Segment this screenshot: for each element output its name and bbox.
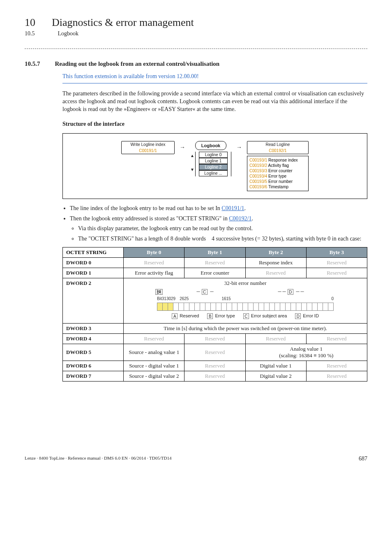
sub-bullet-item: The "OCTET STRING" has a length of 8 dou… (78, 235, 367, 243)
write-logline-code: C00191/1 (122, 148, 174, 154)
read-logline-label: Read Logline (247, 141, 308, 148)
table-row: DWORD 2 32-bit error number A B ⸺ C ⸺ ⸺⸺… (63, 278, 367, 324)
table-row: DWORD 5 Source - analog value 1 Reserved… (63, 344, 367, 361)
row-label: DWORD 6 (63, 361, 124, 371)
cell-value: Digital value 1 (245, 361, 306, 371)
bit-pos: 29 (171, 296, 175, 301)
table-row: DWORD 7 Source - digital value 2 Reserve… (63, 371, 367, 382)
cell-reserved: Reserved (184, 258, 245, 268)
cell-value: Source - digital value 1 (124, 361, 184, 371)
bit-pos: Bit31 (157, 296, 166, 301)
bit-letter-c: C (202, 289, 208, 295)
table-row: DWORD 3 Time in [s] during which the pow… (63, 324, 367, 334)
param-desc: Error type (268, 174, 286, 178)
cell-value: Source - analog value 1 (124, 344, 184, 361)
bit-pos: 15 (226, 296, 231, 301)
table-row: DWORD 4 Reserved Reserved Reserved Reser… (63, 334, 367, 344)
table-row: DWORD 1 Error activity flag Error counte… (63, 268, 367, 278)
bullet-list: The line index of the logbook entry to b… (62, 205, 367, 243)
bit-pos: 30 (166, 296, 171, 301)
bullet-item: The line index of the logbook entry to b… (70, 205, 367, 213)
cell-value: Analog value 1 (scaling: 16384 ≡ 100 %) (245, 344, 367, 361)
logline-item-active: Logline 2 (199, 164, 228, 170)
row-label: DWORD 4 (63, 334, 124, 344)
row-label: DWORD 2 (63, 278, 124, 324)
bullet-text: . (251, 215, 253, 222)
arrow-right-icon: → (235, 141, 244, 153)
bullet-text: Then the logbook entry addressed is stor… (70, 215, 229, 222)
loglines-list: Logline 0 Logline 1 Logline 2 Logline ..… (195, 152, 231, 176)
param-code: C00193/2 (249, 163, 267, 168)
bit-pos: 26 (180, 296, 184, 301)
bullet-item: Then the logbook entry addressed is stor… (70, 215, 367, 243)
row-label: DWORD 0 (63, 258, 124, 268)
link-c00191[interactable]: C00191/1 (221, 205, 244, 211)
cell-value: Response index (245, 258, 306, 268)
legend-text: Reserved (178, 313, 199, 318)
cell-reserved: Reserved (124, 334, 184, 344)
read-logline-box: Read Logline C00192/1 (247, 141, 309, 154)
legend-letter: B (207, 313, 213, 319)
param-code: C00193/1 (249, 158, 267, 162)
logbook-box: Logbook (195, 141, 226, 150)
param-desc: Error number (268, 179, 293, 184)
cell-reserved: Reserved (245, 334, 306, 344)
logline-item: Logline ... (199, 170, 228, 176)
table-row: DWORD 6 Source - digital value 1 Reserve… (63, 361, 367, 371)
cell-reserved: Reserved (306, 258, 367, 268)
subsection-title: Logbook (58, 30, 79, 37)
write-logline-label: Write Logline index (122, 141, 174, 148)
section-title: Reading out the logbook from an external… (55, 60, 220, 67)
intro-paragraph: The parameters described in the followin… (62, 90, 367, 113)
link-c00192[interactable]: C00192/1 (229, 215, 251, 222)
cell-reserved: Reserved (184, 334, 245, 344)
legend-letter: C (243, 313, 249, 319)
cell-value: Time in [s] during which the power was s… (124, 324, 367, 334)
cell-reserved: Reserved (306, 268, 367, 278)
bit-letter-d: D (288, 289, 293, 295)
cell-reserved: Reserved (306, 371, 367, 382)
cell-value: Error counter (184, 268, 245, 278)
cell-value: Error activity flag (124, 268, 184, 278)
table-header: Byte 0 (124, 247, 184, 258)
table-header: Byte 2 (245, 247, 306, 258)
param-desc: Activity flag (268, 163, 289, 168)
read-params-box: C00193/1 Response index C00193/2 Activit… (247, 156, 309, 191)
cell-reserved: Reserved (184, 371, 245, 382)
bit-pos: 16 (221, 296, 226, 301)
cell-reserved: Reserved (306, 334, 367, 344)
note-underline (62, 83, 367, 83)
write-logline-box: Write Logline index C00191/1 (121, 141, 175, 154)
cell-bit-diagram: 32-bit error number A B ⸺ C ⸺ ⸺⸺ D ⸺⸺ Bi… (124, 278, 367, 324)
subsection-number: 10.5 (25, 30, 35, 37)
bit-letter-b: B (155, 289, 161, 295)
logline-item: Logline 0 (199, 152, 228, 158)
sub-bullet-item: Via this display parameter, the logbook … (78, 225, 367, 233)
cell-reserved: Reserved (184, 344, 245, 361)
legend-text: Error ID (302, 313, 319, 318)
param-code: C00193/6 (249, 185, 267, 189)
table-row: DWORD 0 Reserved Reserved Response index… (63, 258, 367, 268)
arrow-right-icon: → (178, 141, 187, 153)
bit-cells (157, 303, 334, 311)
interface-diagram: Write Logline index C00191/1 → Logbook ▲… (62, 133, 367, 199)
loglines-scroll-icon: ▲▼ (190, 154, 194, 176)
legend-letter: D (295, 313, 301, 319)
legend-letter: A (172, 313, 178, 319)
divider (25, 49, 367, 49)
footer-text: Lenze · 8400 TopLine · Reference manual … (25, 456, 171, 460)
cell-value: Digital value 2 (245, 371, 306, 382)
cell-reserved: Reserved (184, 361, 245, 371)
read-logline-code: C00192/1 (247, 148, 308, 154)
legend-text: Error subject area (250, 313, 287, 318)
param-code: C00193/4 (249, 174, 267, 178)
bullet-text: The line index of the logbook entry to b… (70, 205, 221, 211)
legend-text: Error type (214, 313, 235, 318)
row-label: DWORD 5 (63, 344, 124, 361)
row-label: DWORD 3 (63, 324, 124, 334)
bit-pos: 0 (332, 296, 334, 301)
param-code: C00193/5 (249, 179, 267, 184)
table-header: Byte 1 (184, 247, 245, 258)
error-number-title: 32-bit error number (126, 280, 364, 287)
bit-pos: 25 (184, 296, 189, 301)
